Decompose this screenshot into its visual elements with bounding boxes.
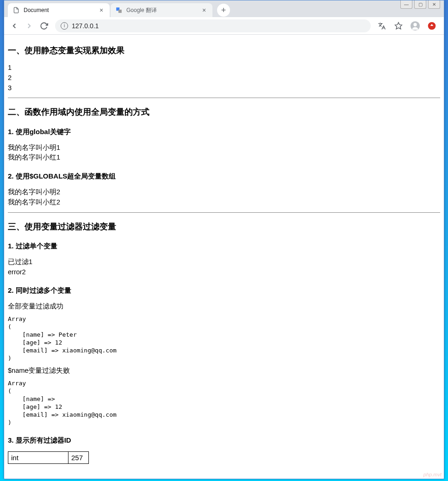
sub-heading: 1. 使用global关键字 (8, 127, 440, 136)
table-cell: int (8, 451, 68, 463)
array-dump: Array ( [name] => Peter [age] => 12 [ema… (8, 315, 440, 362)
output-block: 我的名字叫小明1 我的名字叫小红1 (8, 143, 440, 163)
output-line: 我的名字叫小明1 (8, 143, 440, 153)
back-button[interactable] (8, 19, 21, 32)
reload-button[interactable] (37, 19, 50, 32)
output-block: 1 2 3 (8, 63, 440, 93)
toolbar: i 127.0.0.1 (4, 17, 444, 35)
sub-heading: 3. 显示所有过滤器ID (8, 435, 440, 445)
tab-google-translate[interactable]: Google 翻译 × (111, 3, 212, 17)
toolbar-right (375, 19, 440, 32)
minimize-button[interactable]: — (400, 0, 412, 9)
tab-title: Google 翻译 (126, 6, 197, 14)
svg-point-4 (413, 23, 417, 26)
filter-table: int 257 (8, 451, 89, 464)
address-bar[interactable]: i 127.0.0.1 (55, 19, 371, 32)
output-block: 我的名字叫小明2 我的名字叫小红2 (8, 187, 440, 208)
output-line: 我的名字叫小红1 (8, 153, 440, 163)
array-dump: Array ( [name] => [age] => 12 [email] =>… (8, 380, 440, 426)
url-text: 127.0.0.1 (72, 22, 99, 30)
browser-window: — ▢ ✕ Document × Google 翻译 × + (4, 0, 444, 479)
divider (8, 212, 440, 213)
close-icon[interactable]: × (98, 6, 105, 14)
output-line: 我的名字叫小红2 (8, 197, 440, 208)
svg-marker-2 (395, 22, 402, 29)
table-cell: 257 (68, 451, 89, 463)
maximize-button[interactable]: ▢ (414, 0, 426, 9)
new-tab-button[interactable]: + (217, 4, 230, 17)
tab-strip: Document × Google 翻译 × + (4, 0, 444, 17)
translate-icon[interactable] (375, 19, 388, 32)
file-icon (12, 6, 20, 14)
table-row: int 257 (8, 451, 89, 463)
svg-rect-1 (118, 10, 122, 13)
sub-heading: 1. 过滤单个变量 (8, 241, 440, 251)
sub-heading: 2. 同时过滤多个变量 (8, 285, 440, 295)
output-block: 已过滤1 error2 (8, 257, 440, 278)
window-controls: — ▢ ✕ (400, 0, 440, 9)
forward-button[interactable] (23, 19, 36, 32)
section-heading: 一、使用静态变量实现累加效果 (8, 45, 440, 56)
tab-title: Document (24, 7, 94, 13)
section-heading: 三、使用变量过滤器过滤变量 (8, 221, 440, 233)
output-line: 2 (8, 73, 440, 83)
divider (8, 98, 440, 98)
sub-heading: 2. 使用$GLOBALS超全局变量数组 (8, 171, 440, 181)
star-icon[interactable] (392, 19, 405, 32)
info-icon[interactable]: i (61, 22, 68, 30)
tab-document[interactable]: Document × (8, 3, 110, 17)
translate-icon (115, 6, 123, 14)
output-line: 我的名字叫小明2 (8, 187, 440, 197)
watermark: php.mvt (423, 472, 442, 477)
output-line: error2 (8, 267, 440, 278)
output-line: 已过滤1 (8, 257, 440, 267)
close-window-button[interactable]: ✕ (428, 0, 440, 9)
profile-icon[interactable] (409, 19, 422, 32)
output-line: 1 (8, 63, 440, 73)
output-line: 全部变量过滤成功 (8, 302, 440, 312)
close-icon[interactable]: × (200, 6, 208, 14)
section-heading: 二、函数作用域内使用全局变量的方式 (8, 106, 440, 118)
extension-icon[interactable] (425, 19, 438, 32)
output-line: $name变量过滤失败 (8, 366, 440, 376)
output-line: 3 (8, 83, 440, 93)
page-content[interactable]: 一、使用静态变量实现累加效果 1 2 3 二、函数作用域内使用全局变量的方式 1… (4, 35, 444, 479)
